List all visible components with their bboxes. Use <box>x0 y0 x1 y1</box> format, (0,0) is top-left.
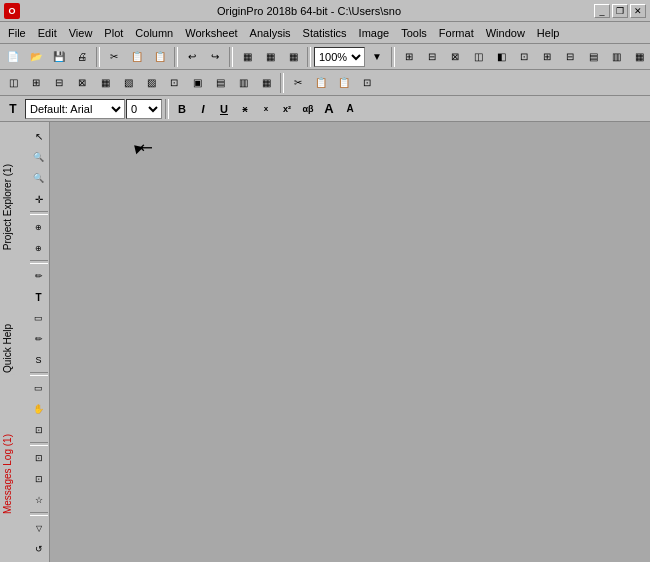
tb2-btn-12[interactable]: ▦ <box>255 72 277 94</box>
open-button[interactable]: 📂 <box>25 46 47 68</box>
left-sep-5 <box>30 512 48 516</box>
greek-button[interactable]: αβ <box>298 99 318 119</box>
restore-button[interactable]: ❐ <box>612 4 628 18</box>
menu-item-help[interactable]: Help <box>531 25 566 41</box>
tb2-btn-10[interactable]: ▤ <box>209 72 231 94</box>
left-sep-4 <box>30 442 48 446</box>
menu-bar: FileEditViewPlotColumnWorksheetAnalysisS… <box>0 22 650 44</box>
quick-help-label[interactable]: Quick Help <box>0 322 15 375</box>
project-explorer-label[interactable]: Project Explorer (1) <box>0 162 15 252</box>
image-button[interactable]: ⊡ <box>29 469 49 489</box>
zoom-out-button[interactable]: 🔍 <box>29 168 49 188</box>
window-controls: _ ❐ ✕ <box>594 4 646 18</box>
data-reader[interactable]: ⊕ <box>29 238 49 258</box>
tb-btn-9[interactable]: ⊡ <box>513 46 535 68</box>
print-button[interactable]: 🖨 <box>71 46 93 68</box>
copy-button[interactable]: 📋 <box>126 46 148 68</box>
menu-item-view[interactable]: View <box>63 25 99 41</box>
tb-btn-13[interactable]: ▥ <box>605 46 627 68</box>
zoom-in-button[interactable]: 🔍 <box>29 147 49 167</box>
rectangle-tool-button[interactable]: ▭ <box>29 308 49 328</box>
region-button[interactable]: ▭ <box>29 378 49 398</box>
save-button[interactable]: 💾 <box>48 46 70 68</box>
paste-button[interactable]: 📋 <box>149 46 171 68</box>
bold-button[interactable]: B <box>172 99 192 119</box>
tb-btn-12[interactable]: ▤ <box>582 46 604 68</box>
tb2-btn-15[interactable]: 📋 <box>333 72 355 94</box>
tb2-btn-5[interactable]: ▦ <box>94 72 116 94</box>
zoom-select[interactable]: 100% <box>314 47 365 67</box>
crosshair-button[interactable]: ⊡ <box>29 420 49 440</box>
tb-btn-7[interactable]: ◫ <box>467 46 489 68</box>
underline-button[interactable]: U <box>214 99 234 119</box>
app-icon: O <box>4 3 20 19</box>
curve-tool-button[interactable]: S <box>29 350 49 370</box>
arrow-tool-button[interactable]: ✏ <box>29 329 49 349</box>
tb2-btn-7[interactable]: ▨ <box>140 72 162 94</box>
minimize-button[interactable]: _ <box>594 4 610 18</box>
tb2-btn-8[interactable]: ⊡ <box>163 72 185 94</box>
menu-item-format[interactable]: Format <box>433 25 480 41</box>
title-text: OriginPro 2018b 64-bit - C:\Users\sno <box>24 5 594 17</box>
tb-btn-4[interactable]: ⊞ <box>398 46 420 68</box>
tb-btn-10[interactable]: ⊞ <box>536 46 558 68</box>
tb-btn-1[interactable]: ▦ <box>236 46 258 68</box>
increase-font-button[interactable]: A <box>319 99 339 119</box>
tb2-btn-1[interactable]: ◫ <box>2 72 24 94</box>
tb2-btn-14[interactable]: 📋 <box>310 72 332 94</box>
menu-item-worksheet[interactable]: Worksheet <box>179 25 243 41</box>
select-tool-button[interactable]: ↖ <box>29 126 49 146</box>
menu-item-edit[interactable]: Edit <box>32 25 63 41</box>
tb-btn-6[interactable]: ⊠ <box>444 46 466 68</box>
menu-item-window[interactable]: Window <box>480 25 531 41</box>
tb-btn-14[interactable]: ▦ <box>628 46 650 68</box>
superscript-button[interactable]: x² <box>277 99 297 119</box>
menu-item-column[interactable]: Column <box>129 25 179 41</box>
tb2-btn-3[interactable]: ⊟ <box>48 72 70 94</box>
toolbar-row-2: ◫ ⊞ ⊟ ⊠ ▦ ▧ ▨ ⊡ ▣ ▤ ▥ ▦ ✂ 📋 📋 ⊡ <box>0 70 650 96</box>
menu-item-file[interactable]: File <box>2 25 32 41</box>
text-tool-button[interactable]: T <box>29 287 49 307</box>
tb2-btn-9[interactable]: ▣ <box>186 72 208 94</box>
left-sep-3 <box>30 372 48 376</box>
messages-log-label[interactable]: Messages Log (1) <box>0 432 15 516</box>
menu-item-tools[interactable]: Tools <box>395 25 433 41</box>
draw-line-button[interactable]: ✏ <box>29 266 49 286</box>
cut-button[interactable]: ✂ <box>103 46 125 68</box>
new-button[interactable]: 📄 <box>2 46 24 68</box>
undo-button[interactable]: ↩ <box>181 46 203 68</box>
tb2-btn-16[interactable]: ⊡ <box>356 72 378 94</box>
pan-button[interactable]: ✛ <box>29 189 49 209</box>
title-bar: O OriginPro 2018b 64-bit - C:\Users\sno … <box>0 0 650 22</box>
tb2-btn-4[interactable]: ⊠ <box>71 72 93 94</box>
tb2-btn-11[interactable]: ▥ <box>232 72 254 94</box>
tb-btn-3[interactable]: ▦ <box>282 46 304 68</box>
menu-item-plot[interactable]: Plot <box>98 25 129 41</box>
tb2-btn-2[interactable]: ⊞ <box>25 72 47 94</box>
tb-btn-8[interactable]: ◧ <box>490 46 512 68</box>
tb2-btn-6[interactable]: ▧ <box>117 72 139 94</box>
zoom-dropdown[interactable]: ▼ <box>366 46 388 68</box>
close-button[interactable]: ✕ <box>630 4 646 18</box>
object-button[interactable]: ⊡ <box>29 448 49 468</box>
tb-btn-11[interactable]: ⊟ <box>559 46 581 68</box>
tb-btn-2[interactable]: ▦ <box>259 46 281 68</box>
annotation-button[interactable]: ☆ <box>29 490 49 510</box>
rotate-button[interactable]: ↺ <box>29 539 49 559</box>
hand-tool-button[interactable]: ✋ <box>29 399 49 419</box>
font-select[interactable]: Default: Arial <box>25 99 125 119</box>
tb2-btn-13[interactable]: ✂ <box>287 72 309 94</box>
extra-button[interactable]: ▽ <box>29 518 49 538</box>
decrease-font-button[interactable]: A <box>340 99 360 119</box>
subscript-button[interactable]: x <box>256 99 276 119</box>
italic-button[interactable]: I <box>193 99 213 119</box>
redo-button[interactable]: ↪ <box>204 46 226 68</box>
strikethrough-button[interactable]: x <box>235 99 255 119</box>
canvas-area[interactable]: ↖ <box>50 122 650 562</box>
menu-item-image[interactable]: Image <box>353 25 396 41</box>
menu-item-statistics[interactable]: Statistics <box>297 25 353 41</box>
data-selector[interactable]: ⊕ <box>29 217 49 237</box>
menu-item-analysis[interactable]: Analysis <box>244 25 297 41</box>
size-select[interactable]: 0 <box>126 99 162 119</box>
tb-btn-5[interactable]: ⊟ <box>421 46 443 68</box>
